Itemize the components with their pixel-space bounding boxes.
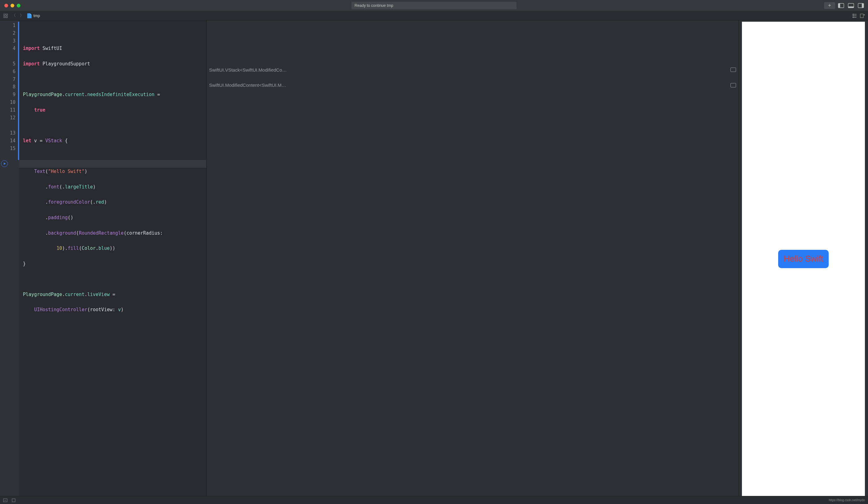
line-number: 12 [0, 114, 19, 122]
svg-rect-5 [862, 3, 864, 8]
line-number: 11 [0, 106, 19, 114]
status-bar: https://blog.csdn.net/mydo [0, 496, 868, 504]
quicklook-icon[interactable] [731, 68, 736, 72]
library-split-button[interactable] [837, 2, 845, 9]
line-number [0, 121, 19, 129]
nav-forward-button[interactable]: 〉 [19, 13, 24, 18]
line-number: 13 [0, 129, 19, 137]
line-number: 2 [0, 29, 19, 37]
line-number: 14 [0, 137, 19, 145]
debug-area-toggle-icon[interactable] [3, 498, 8, 502]
minimize-window-button[interactable] [11, 4, 14, 8]
svg-rect-9 [6, 16, 8, 18]
preview-text: Hello Swift [784, 254, 823, 263]
line-number: 9 [0, 91, 19, 99]
titlebar: Ready to continue tmp ＋ [0, 0, 868, 11]
close-window-button[interactable] [4, 4, 8, 8]
line-number: 15 [0, 145, 19, 152]
line-number: 10 [0, 99, 19, 106]
svg-rect-8 [3, 16, 5, 18]
line-number [0, 152, 19, 160]
svg-rect-3 [848, 7, 854, 8]
svg-rect-1 [838, 3, 840, 8]
line-number: 3 [0, 37, 19, 45]
svg-rect-11 [3, 499, 7, 502]
related-items-icon[interactable] [3, 13, 8, 18]
zoom-window-button[interactable] [17, 4, 20, 8]
live-view-panel: Hello Swift [738, 20, 868, 496]
result-row[interactable]: SwiftUI.VStack<SwiftUI.ModifiedCo… [209, 67, 736, 72]
line-gutter: 1 2 3 4 5 6 7 8 9 10 11 12 13 14 15 [0, 20, 19, 496]
console-toggle-icon[interactable] [12, 498, 16, 502]
activity-status-text: Ready to continue tmp [355, 3, 393, 8]
breadcrumb-file-label: tmp [33, 14, 40, 18]
nav-back-button[interactable]: 〈 [11, 13, 16, 18]
line-number: 4 [0, 44, 19, 52]
activity-status[interactable]: Ready to continue tmp [352, 2, 517, 9]
add-tab-button[interactable]: ＋ [824, 2, 835, 9]
preview-text-pill: Hello Swift [778, 250, 829, 268]
inspector-split-button[interactable] [857, 2, 865, 9]
svg-rect-7 [6, 14, 8, 15]
code-editor[interactable]: 1 2 3 4 5 6 7 8 9 10 11 12 13 14 15 impo… [0, 20, 206, 496]
window-controls [0, 4, 20, 8]
titlebar-right-controls: ＋ [824, 2, 865, 9]
editor-options-icon[interactable] [852, 13, 857, 18]
cursor-line-highlight [19, 160, 206, 168]
result-row[interactable]: SwiftUI.ModifiedContent<SwiftUI.M… [209, 82, 736, 88]
live-view-canvas: Hello Swift [742, 22, 865, 496]
line-number: 7 [0, 75, 19, 83]
breadcrumb-bar: 〈 〉 tmp [0, 11, 868, 20]
results-sidebar: SwiftUI.VStack<SwiftUI.ModifiedCo… Swift… [206, 20, 738, 496]
line-number: 8 [0, 83, 19, 91]
editor-split-button[interactable] [847, 2, 855, 9]
result-text: SwiftUI.ModifiedContent<SwiftUI.M… [209, 82, 728, 88]
line-number: 5 [0, 60, 19, 68]
svg-rect-6 [3, 14, 5, 15]
result-text: SwiftUI.VStack<SwiftUI.ModifiedCo… [209, 67, 728, 72]
breadcrumb-current-file[interactable]: tmp [27, 13, 40, 18]
watermark-text: https://blog.csdn.net/mydo [829, 498, 865, 502]
workspace: 1 2 3 4 5 6 7 8 9 10 11 12 13 14 15 impo… [0, 20, 868, 496]
line-number: 6 [0, 68, 19, 75]
swift-playground-icon [27, 13, 32, 18]
line-number: 1 [0, 22, 19, 29]
svg-rect-10 [860, 14, 864, 18]
add-editor-icon[interactable] [860, 13, 865, 18]
code-area[interactable]: import SwiftUI import PlaygroundSupport … [19, 20, 206, 496]
quicklook-icon[interactable] [731, 83, 736, 88]
line-number [0, 52, 19, 60]
svg-rect-12 [12, 499, 15, 502]
